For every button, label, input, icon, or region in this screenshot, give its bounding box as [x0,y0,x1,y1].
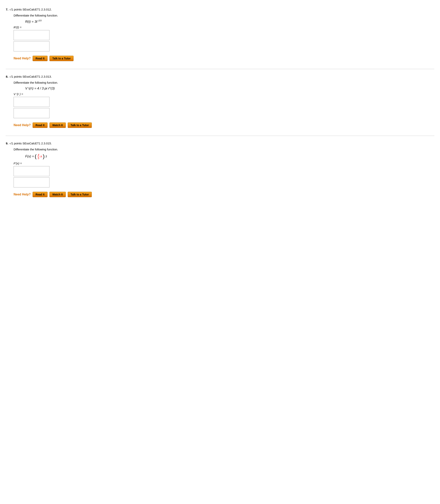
problem-7-points: –/1 points [9,8,22,11]
problem-9-need-help: Need Help? [14,193,31,196]
problem-9-input-1[interactable] [14,166,49,176]
formula-9-frac-wrap: 4 5 [37,153,40,160]
problem-7-formula: R(t) = 3t−2/3 [25,19,434,24]
problem-8-input-2[interactable] [14,108,49,118]
problem-7-answer-label: R′(t) = [14,26,434,29]
problem-9-number: 9. [6,142,8,145]
problem-9-instruction: Differentiate the following function. [14,148,434,151]
problem-7-help-row: Need Help? Read It Talk to a Tutor [14,56,434,61]
problem-8-watch-it-button[interactable]: Watch It [49,123,66,128]
formula-9-x: x [40,154,42,158]
problem-9-formula: F(x) = ( 4 5 x ) 3 [25,153,434,160]
formula-7-rhs: 3t−2/3 [35,19,41,24]
formula-9-rparen: ) [43,154,45,159]
formula-9-exponent: 3 [45,155,47,158]
problem-7-number: 7. [6,8,8,11]
problem-7-body: Differentiate the following function. R(… [14,14,434,61]
problem-8-answer-label: V ′(r ) = [14,92,434,96]
problem-8-header: 8. –/1 points SEssCalcET1 2.3.013. [6,75,434,78]
problem-9-source: SEssCalcET1 2.3.015. [23,142,52,145]
problem-7-header: 7. –/1 points SEssCalcET1 2.3.012. [6,8,434,11]
problem-8-read-it-button[interactable]: Read It [33,123,48,128]
problem-8: 8. –/1 points SEssCalcET1 2.3.013. Diffe… [6,71,434,134]
problem-7-talk-tutor-button[interactable]: Talk to a Tutor [49,56,73,61]
problem-8-input-1[interactable] [14,97,49,107]
problem-8-instruction: Differentiate the following function. [14,81,434,84]
problem-8-source: SEssCalcET1 2.3.013. [23,75,52,78]
problem-8-help-row: Need Help? Read It Watch It Talk to a Tu… [14,123,434,128]
problem-9-header: 9. –/1 points SEssCalcET1 2.3.015. [6,142,434,145]
problem-7-source: SEssCalcET1 2.3.012. [23,8,52,11]
formula-9-numerator: 4 [37,153,40,157]
problem-9-watch-it-button[interactable]: Watch It [49,192,66,197]
problem-8-need-help: Need Help? [14,124,31,127]
problem-9-read-it-button[interactable]: Read It [33,192,48,197]
problem-8-body: Differentiate the following function. V … [14,81,434,128]
formula-7-lhs: R(t) = [25,20,34,24]
problem-9-input-2[interactable] [14,177,49,187]
problem-9: 9. –/1 points SEssCalcET1 2.3.015. Diffe… [6,138,434,203]
problem-8-formula: V \(r\) = 4 / 3 pi r^(3) [25,86,434,90]
problem-9-answer-label: F′(x) = [14,162,434,165]
problem-9-body: Differentiate the following function. F(… [14,148,434,197]
problem-8-talk-tutor-button[interactable]: Talk to a Tutor [68,123,92,128]
formula-9-lhs: F(x) = [25,154,34,158]
divider-8-9 [6,136,434,136]
problem-9-talk-tutor-button[interactable]: Talk to a Tutor [68,192,92,197]
problem-7-read-it-button[interactable]: Read It [33,56,48,61]
formula-9-denominator: 5 [37,157,40,160]
problem-8-points: –/1 points [9,75,22,78]
problem-8-number: 8. [6,75,8,78]
problem-7-need-help: Need Help? [14,57,31,60]
formula-8-text: V \(r\) = 4 / 3 pi r^(3) [25,86,55,90]
problem-7: 7. –/1 points SEssCalcET1 2.3.012. Diffe… [6,4,434,67]
problem-7-instruction: Differentiate the following function. [14,14,434,17]
formula-9-lparen: ( [35,154,37,159]
formula-7-sup: −2/3 [37,19,41,22]
problem-7-input-1[interactable] [14,30,49,40]
problem-9-points: –/1 points [9,142,22,145]
problem-7-input-2[interactable] [14,41,49,51]
problem-9-help-row: Need Help? Read It Watch It Talk to a Tu… [14,192,434,197]
